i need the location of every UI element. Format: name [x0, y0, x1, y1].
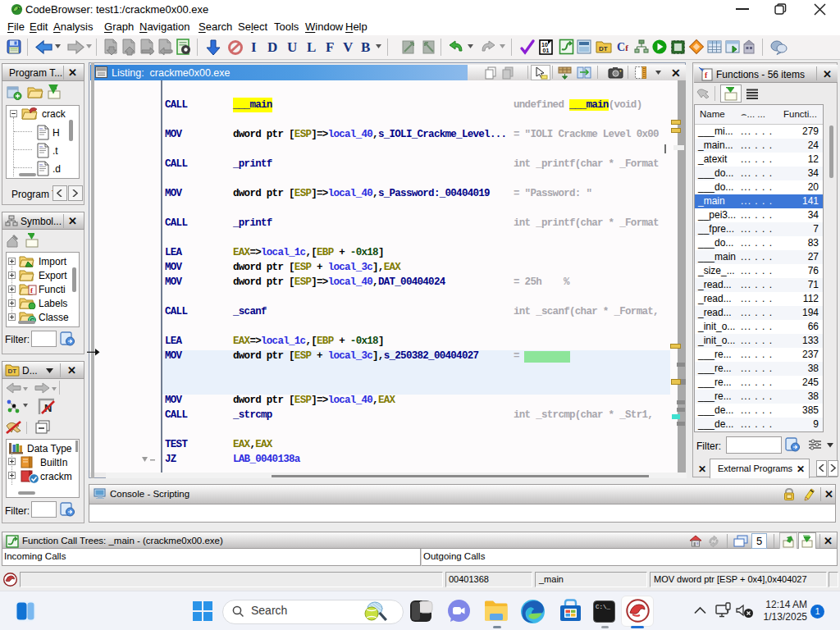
svg-text:10: 10: [541, 42, 548, 48]
svg-text:DT: DT: [8, 368, 17, 375]
svg-text:C:\_: C:\_: [596, 604, 611, 610]
svg-text:DT: DT: [599, 45, 608, 52]
svg-text:01: 01: [543, 48, 550, 53]
